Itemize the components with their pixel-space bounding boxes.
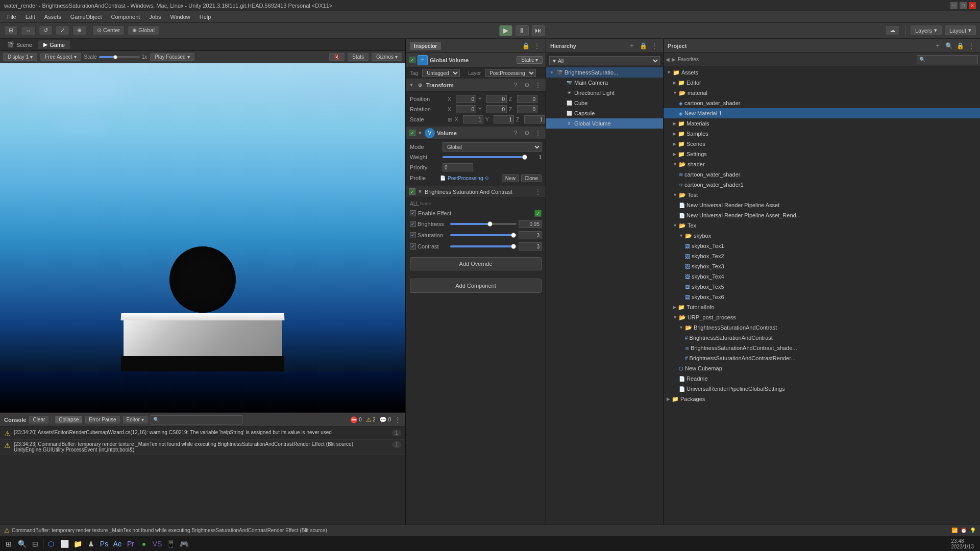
scale-x-input[interactable]	[463, 115, 483, 123]
layers-dropdown[interactable]: Layers ▾	[911, 26, 942, 35]
bsc-more-icon[interactable]: ⋮	[533, 187, 543, 196]
tag-select[interactable]: Untagged	[422, 69, 460, 77]
proj-item-cws2[interactable]: ≋ cartoon_water_shader1	[664, 180, 980, 190]
console-editor-btn[interactable]: Editor ▾	[123, 416, 148, 423]
hier-all-select[interactable]: ▼ All	[549, 56, 660, 65]
proj-item-skybox[interactable]: ▼ 📂 skybox	[664, 231, 980, 241]
mute-btn[interactable]: 🔇	[329, 53, 345, 61]
taskbar-ps-icon[interactable]: Ps	[97, 537, 111, 550]
menu-gameobject[interactable]: GameObject	[66, 13, 106, 21]
proj-item-test[interactable]: ▼ 📂 Test	[664, 190, 980, 200]
proj-search-input[interactable]	[917, 55, 978, 64]
hier-item-scene[interactable]: ▼ 🎬 BrightnessSaturatio...	[546, 67, 663, 78]
taskbar-ae-icon[interactable]: Ae	[111, 537, 124, 550]
contrast-check[interactable]	[410, 243, 416, 249]
hier-lock-icon[interactable]: 🔒	[639, 41, 648, 51]
proj-item-stex1[interactable]: 🖼 skybox_Tex1	[664, 241, 980, 251]
taskbar-premiere-icon[interactable]: Pr	[124, 537, 137, 550]
transform-tool-1[interactable]: ↔	[21, 26, 36, 35]
proj-more-icon[interactable]: ⋮	[967, 41, 976, 51]
volume-help-icon[interactable]: ?	[511, 129, 520, 138]
saturation-value[interactable]: 3	[519, 231, 542, 239]
hier-item-cube[interactable]: ⬜ Cube	[546, 98, 663, 108]
hier-add-icon[interactable]: +	[627, 41, 636, 51]
gizmos-btn[interactable]: Gizmos ▾	[372, 53, 402, 61]
pos-y-input[interactable]	[486, 95, 507, 103]
proj-item-readme[interactable]: 📄 Readme	[664, 373, 980, 384]
console-row-1[interactable]: ⚠ [23:34:23] CommandBuffer: temporary re…	[0, 440, 405, 455]
proj-fwd-icon[interactable]: ▶	[672, 57, 676, 62]
menu-help[interactable]: Help	[195, 13, 215, 21]
scale-y-input[interactable]	[494, 115, 514, 123]
mode-select[interactable]: Global	[443, 142, 542, 152]
console-clear-btn[interactable]: Clear	[29, 416, 48, 423]
taskbar-task-icon[interactable]: ⊟	[29, 537, 42, 550]
scale-z-input[interactable]	[524, 115, 545, 123]
proj-item-materials[interactable]: ▶ 📁 Materials	[664, 118, 980, 129]
menu-file[interactable]: File	[3, 13, 20, 21]
menu-component[interactable]: Component	[107, 13, 144, 21]
profile-clone-btn[interactable]: Clone	[521, 174, 542, 182]
brightness-slider[interactable]	[450, 223, 517, 225]
transform-tool-4[interactable]: ⊕	[72, 26, 86, 35]
proj-item-urpgs[interactable]: 📄 UniversalRenderPipelineGlobalSettings	[664, 384, 980, 394]
rot-y-input[interactable]	[486, 105, 507, 113]
proj-item-urpa[interactable]: 📄 New Universal Render Pipeline Asset	[664, 200, 980, 210]
console-errorpause-btn[interactable]: Error Pause	[85, 416, 119, 423]
taskbar-start-icon[interactable]: ⊞	[2, 537, 15, 550]
proj-item-bsc-cs[interactable]: # BrightnessSaturationAndContrast	[664, 333, 980, 343]
maximize-button[interactable]: □	[960, 2, 967, 9]
enable-effect-value[interactable]	[534, 210, 542, 217]
play-button[interactable]: ▶	[499, 25, 512, 36]
taskbar-explorer-icon[interactable]: 📁	[71, 537, 84, 550]
taskbar-vs-icon[interactable]: VS	[151, 537, 164, 550]
menu-assets[interactable]: Assets	[40, 13, 65, 21]
tab-game[interactable]: ▶ Game	[38, 40, 70, 49]
console-row-0[interactable]: ⚠ [23:34:20] Assets\Editor\RenderCubemap…	[0, 428, 405, 440]
rot-x-input[interactable]	[456, 105, 476, 113]
stats-btn[interactable]: Stats	[348, 53, 369, 61]
proj-item-bsc-render[interactable]: # BrightnessSaturationAndContrastRender.…	[664, 353, 980, 363]
taskbar-steam-icon[interactable]: ♟	[84, 537, 97, 550]
proj-item-settings[interactable]: ▶ 📁 Settings	[664, 149, 980, 159]
proj-item-stex3[interactable]: 🖼 skybox_Tex3	[664, 261, 980, 271]
transform-tool-2[interactable]: ↺	[39, 26, 53, 35]
contrast-slider[interactable]	[450, 245, 517, 247]
taskbar-unity-icon[interactable]: ⬜	[58, 537, 71, 550]
console-search-input[interactable]	[151, 415, 242, 424]
proj-item-cws1[interactable]: ≋ cartoon_water_shader	[664, 169, 980, 180]
taskbar-search-icon[interactable]: 🔍	[15, 537, 29, 550]
proj-lock-icon[interactable]: 🔒	[955, 41, 965, 51]
hier-item-capsule[interactable]: ⬜ Capsule	[546, 108, 663, 118]
layout-dropdown[interactable]: Layout ▾	[945, 26, 976, 35]
transform-tool-0[interactable]: ⊞	[4, 26, 18, 35]
proj-item-scenes[interactable]: ▶ 📁 Scenes	[664, 139, 980, 149]
proj-item-material[interactable]: ▼ 📂 material	[664, 88, 980, 98]
active-toggle[interactable]	[409, 57, 415, 63]
proj-item-new-material[interactable]: ◈ New Material 1	[664, 108, 980, 118]
add-component-btn[interactable]: Add Component	[410, 279, 542, 293]
hier-item-dirlight[interactable]: ☀ Directional Light	[546, 88, 663, 98]
taskbar-edge-icon[interactable]: ⬡	[44, 537, 58, 550]
close-button[interactable]: ✕	[969, 2, 976, 9]
transform-help-icon[interactable]: ?	[511, 81, 520, 90]
proj-item-shader[interactable]: ▼ 📂 shader	[664, 159, 980, 169]
proj-back-icon[interactable]: ◀	[666, 57, 670, 62]
volume-active-check[interactable]	[409, 130, 415, 136]
proj-item-stex2[interactable]: 🖼 skybox_Tex2	[664, 251, 980, 261]
proj-item-editor[interactable]: ▶ 📁 Editor	[664, 78, 980, 88]
hier-item-globalvol[interactable]: ≡ Global Volume	[546, 118, 663, 129]
bsc-header[interactable]: ▼ Brightness Saturation And Contrast ⋮	[406, 186, 546, 198]
hier-more-icon[interactable]: ⋮	[650, 41, 659, 51]
proj-search-icon[interactable]: 🔍	[944, 41, 953, 51]
transform-global[interactable]: ⊕ Global	[128, 26, 159, 35]
brightness-value[interactable]: 0.95	[519, 220, 542, 228]
transform-pivot[interactable]: ⊙ Center	[92, 26, 125, 35]
proj-item-assets[interactable]: ▼ 📁 Assets	[664, 67, 980, 78]
pause-button[interactable]: ⏸	[516, 25, 529, 36]
proj-add-icon[interactable]: +	[933, 41, 942, 51]
cloud-icon[interactable]: ☁	[885, 26, 900, 35]
proj-item-bsc-folder[interactable]: ▼ 📂 BrightnessSaturationAndContrast	[664, 322, 980, 333]
taskbar-chrome-icon[interactable]: ●	[137, 537, 151, 550]
step-button[interactable]: ⏭	[532, 25, 545, 36]
